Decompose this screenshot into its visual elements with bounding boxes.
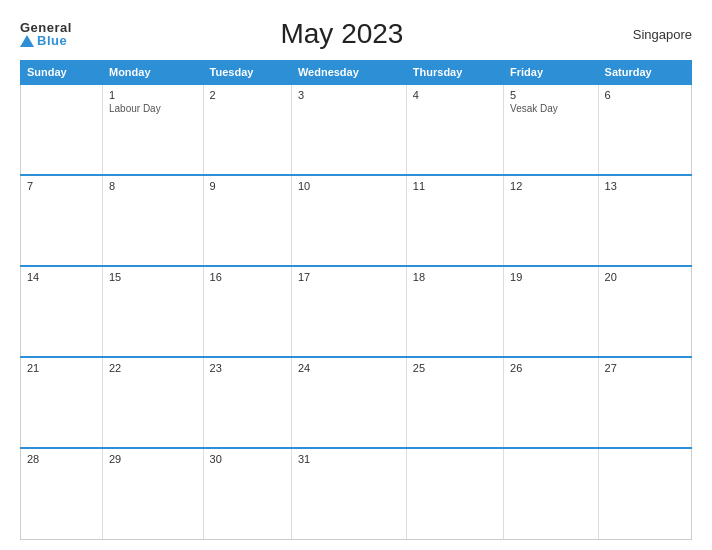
calendar-week-row: 1Labour Day2345Vesak Day6 xyxy=(21,84,692,175)
calendar-cell: 2 xyxy=(203,84,291,175)
calendar-cell: 14 xyxy=(21,266,103,357)
day-number: 1 xyxy=(109,89,197,101)
day-number: 24 xyxy=(298,362,400,374)
logo-triangle-icon xyxy=(20,35,34,47)
col-header-thursday: Thursday xyxy=(406,61,503,85)
calendar-cell: 7 xyxy=(21,175,103,266)
calendar-week-row: 28293031 xyxy=(21,448,692,539)
calendar-cell: 10 xyxy=(291,175,406,266)
day-number: 3 xyxy=(298,89,400,101)
col-header-saturday: Saturday xyxy=(598,61,691,85)
day-number: 26 xyxy=(510,362,592,374)
col-header-friday: Friday xyxy=(504,61,599,85)
holiday-label: Vesak Day xyxy=(510,103,592,114)
day-number: 27 xyxy=(605,362,685,374)
calendar-cell: 16 xyxy=(203,266,291,357)
calendar-cell: 19 xyxy=(504,266,599,357)
calendar-table: SundayMondayTuesdayWednesdayThursdayFrid… xyxy=(20,60,692,540)
day-number: 25 xyxy=(413,362,497,374)
day-number: 12 xyxy=(510,180,592,192)
calendar-cell: 22 xyxy=(102,357,203,448)
day-number: 5 xyxy=(510,89,592,101)
logo-blue-text: Blue xyxy=(20,34,72,47)
calendar-cell: 27 xyxy=(598,357,691,448)
calendar-cell xyxy=(406,448,503,539)
calendar-cell: 12 xyxy=(504,175,599,266)
day-number: 4 xyxy=(413,89,497,101)
logo: General Blue xyxy=(20,21,72,47)
day-number: 8 xyxy=(109,180,197,192)
day-number: 10 xyxy=(298,180,400,192)
day-number: 22 xyxy=(109,362,197,374)
calendar-week-row: 78910111213 xyxy=(21,175,692,266)
calendar-cell: 15 xyxy=(102,266,203,357)
calendar-header-row: SundayMondayTuesdayWednesdayThursdayFrid… xyxy=(21,61,692,85)
calendar-cell: 8 xyxy=(102,175,203,266)
day-number: 23 xyxy=(210,362,285,374)
day-number: 2 xyxy=(210,89,285,101)
region-label: Singapore xyxy=(612,27,692,42)
calendar-cell xyxy=(504,448,599,539)
calendar-week-row: 14151617181920 xyxy=(21,266,692,357)
day-number: 14 xyxy=(27,271,96,283)
calendar-cell xyxy=(598,448,691,539)
calendar-header: General Blue May 2023 Singapore xyxy=(20,18,692,50)
day-number: 7 xyxy=(27,180,96,192)
calendar-cell xyxy=(21,84,103,175)
calendar-cell: 5Vesak Day xyxy=(504,84,599,175)
calendar-cell: 3 xyxy=(291,84,406,175)
day-number: 31 xyxy=(298,453,400,465)
calendar-cell: 21 xyxy=(21,357,103,448)
day-number: 20 xyxy=(605,271,685,283)
day-number: 15 xyxy=(109,271,197,283)
calendar-cell: 9 xyxy=(203,175,291,266)
calendar-cell: 25 xyxy=(406,357,503,448)
calendar-cell: 23 xyxy=(203,357,291,448)
day-number: 6 xyxy=(605,89,685,101)
day-number: 29 xyxy=(109,453,197,465)
calendar-cell: 1Labour Day xyxy=(102,84,203,175)
day-number: 28 xyxy=(27,453,96,465)
calendar-cell: 11 xyxy=(406,175,503,266)
day-number: 18 xyxy=(413,271,497,283)
col-header-tuesday: Tuesday xyxy=(203,61,291,85)
day-number: 9 xyxy=(210,180,285,192)
calendar-cell: 26 xyxy=(504,357,599,448)
calendar-cell: 30 xyxy=(203,448,291,539)
calendar-cell: 20 xyxy=(598,266,691,357)
col-header-sunday: Sunday xyxy=(21,61,103,85)
col-header-wednesday: Wednesday xyxy=(291,61,406,85)
col-header-monday: Monday xyxy=(102,61,203,85)
calendar-cell: 4 xyxy=(406,84,503,175)
calendar-cell: 29 xyxy=(102,448,203,539)
calendar-page: General Blue May 2023 Singapore SundayMo… xyxy=(0,0,712,550)
day-number: 16 xyxy=(210,271,285,283)
calendar-cell: 24 xyxy=(291,357,406,448)
day-number: 21 xyxy=(27,362,96,374)
day-number: 17 xyxy=(298,271,400,283)
day-number: 13 xyxy=(605,180,685,192)
calendar-cell: 28 xyxy=(21,448,103,539)
calendar-cell: 31 xyxy=(291,448,406,539)
calendar-week-row: 21222324252627 xyxy=(21,357,692,448)
calendar-cell: 13 xyxy=(598,175,691,266)
day-number: 11 xyxy=(413,180,497,192)
calendar-title: May 2023 xyxy=(72,18,612,50)
calendar-cell: 6 xyxy=(598,84,691,175)
day-number: 30 xyxy=(210,453,285,465)
holiday-label: Labour Day xyxy=(109,103,197,114)
calendar-cell: 18 xyxy=(406,266,503,357)
calendar-cell: 17 xyxy=(291,266,406,357)
day-number: 19 xyxy=(510,271,592,283)
